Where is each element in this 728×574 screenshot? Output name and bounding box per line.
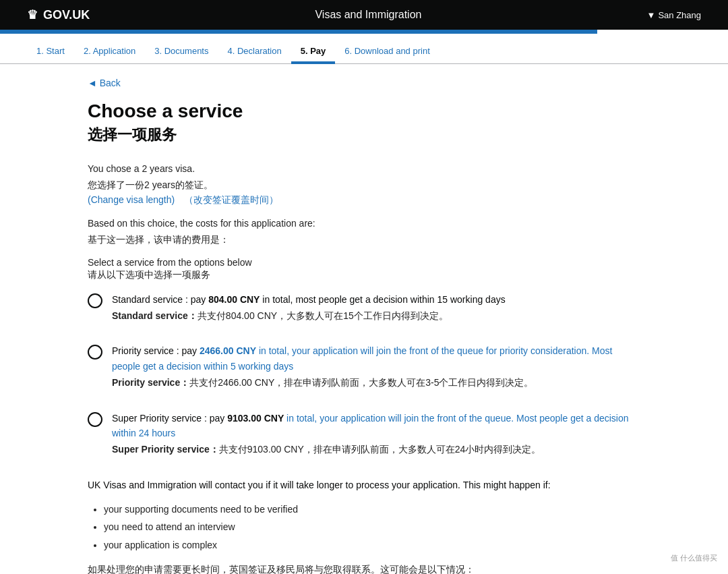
option-standard: Standard service : pay 804.00 CNY in tot… [88, 292, 640, 324]
contact-info-en: UK Visas and Immigration will contact yo… [88, 478, 640, 492]
user-name: San Zhang [658, 10, 701, 20]
cost-info-zh: 基于这一选择，该申请的费用是： [88, 232, 640, 247]
radio-options: Standard service : pay 804.00 CNY in tot… [88, 292, 640, 457]
step-6[interactable]: 6. Download and print [335, 40, 439, 64]
step-4[interactable]: 4. Declaration [218, 40, 291, 64]
cost-info-en: Based on this choice, the costs for this… [88, 216, 640, 231]
logo-text: GOV.UK [43, 8, 90, 22]
steps-nav: 1. Start 2. Application 3. Documents 4. … [0, 34, 728, 64]
back-link[interactable]: ◄ Back [88, 78, 121, 88]
option-priority: Priority service : pay 2466.00 CNY in to… [88, 343, 640, 390]
bullet-en-3: your application is complex [104, 538, 640, 552]
bullets-en: your supporting documents need to be ver… [104, 502, 640, 552]
watermark: 值 什么值得买 [671, 553, 717, 563]
cost-info-block: Based on this choice, the costs for this… [88, 216, 640, 248]
visa-info-en: You chose a 2 years visa. [88, 161, 640, 176]
option-super-priority-text: Super Priority service : pay 9103.00 CNY… [112, 411, 640, 457]
super-priority-en: Super Priority service : pay 9103.00 CNY… [112, 413, 629, 438]
select-info-zh: 请从以下选项中选择一项服务 [88, 269, 640, 281]
bullet-en-1: your supporting documents need to be ver… [104, 502, 640, 517]
change-visa-link[interactable]: (Change visa length) （改变签证覆盖时间） [88, 194, 278, 205]
radio-super-priority[interactable] [88, 412, 102, 427]
crown-icon: ♛ [27, 7, 38, 22]
main-content: ◄ Back Choose a service 选择一项服务 You chose… [61, 64, 667, 574]
bullet-en-2: you need to attend an interview [104, 519, 640, 534]
priority-en: Priority service : pay 2466.00 CNY in to… [112, 345, 612, 371]
header: ♛ GOV.UK Visas and Immigration ▼ San Zha… [0, 0, 728, 30]
step-2[interactable]: 2. Application [74, 40, 145, 64]
step-3[interactable]: 3. Documents [145, 40, 218, 64]
step-1[interactable]: 1. Start [27, 40, 74, 64]
option-priority-text: Priority service : pay 2466.00 CNY in to… [112, 343, 640, 390]
visa-info-zh: 您选择了一份2 years的签证。 [88, 177, 640, 192]
option-super-priority: Super Priority service : pay 9103.00 CNY… [88, 411, 640, 457]
select-info-en: Select a service from the options below [88, 257, 640, 268]
contact-info-zh: 如果处理您的申请需要更长时间，英国签证及移民局将与您取得联系。这可能会是以下情况… [88, 562, 640, 574]
select-label: Select a service from the options below … [88, 257, 640, 281]
user-menu[interactable]: ▼ San Zhang [647, 10, 701, 20]
radio-standard[interactable] [88, 293, 102, 308]
header-title: Visas and Immigration [315, 9, 421, 21]
radio-priority[interactable] [88, 345, 102, 360]
user-arrow: ▼ [647, 10, 656, 20]
standard-zh: Standard service：共支付804.00 CNY，大多数人可在15个… [112, 308, 506, 323]
page-title-en: Choose a service [88, 101, 640, 122]
page-title-zh: 选择一项服务 [88, 125, 640, 145]
option-standard-text: Standard service : pay 804.00 CNY in tot… [112, 292, 506, 324]
step-5[interactable]: 5. Pay [291, 40, 336, 64]
priority-zh: Priority service：共支付2466.00 CNY，排在申请列队前面… [112, 375, 640, 390]
gov-logo: ♛ GOV.UK [27, 7, 90, 22]
visa-info-block: You chose a 2 years visa. 您选择了一份2 years的… [88, 161, 640, 206]
standard-en: Standard service : pay 804.00 CNY in tot… [112, 294, 506, 305]
super-priority-zh: Super Priority service：共支付9103.00 CNY，排在… [112, 442, 640, 457]
